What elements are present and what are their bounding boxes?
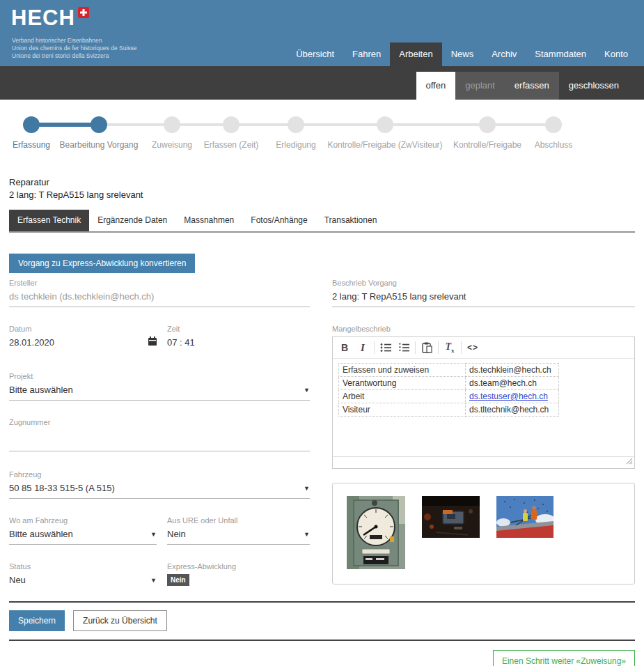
chevron-down-icon: ▼ [150, 574, 157, 587]
tab-erfassen-technik[interactable]: Erfassen Technik [9, 210, 89, 231]
beschrieb-field: Beschrieb Vorgang 2 lang: T RepA515 lang… [332, 279, 635, 307]
step-dot-bearbeitung[interactable] [91, 116, 107, 133]
role-cell[interactable]: Erfassen und zuweisen [339, 364, 466, 377]
detail-tabs: Erfassen Technik Ergänzende Daten Massna… [9, 210, 635, 233]
workflow-stepper: Erfassung Bearbeitung Vorgang Zuweisung … [0, 114, 644, 164]
tab-fotos-anhaenge[interactable]: Fotos/Anhänge [242, 210, 315, 231]
datum-label: Datum [9, 325, 157, 333]
save-button[interactable]: Speichern [9, 610, 65, 631]
zeit-label: Zeit [167, 325, 310, 333]
zugnummer-field: Zugnummer [9, 418, 310, 451]
step-dot-erfassen-zeit[interactable] [223, 116, 239, 133]
chevron-down-icon: ▼ [150, 528, 157, 541]
chevron-down-icon: ▼ [304, 528, 310, 541]
wo-am-fahrzeug-field: Wo am Fahrzeug Bitte auswählen ▼ [9, 516, 157, 545]
express-field: Express-Abwicklung Nein [167, 562, 310, 590]
table-row: Visiteur ds.tltechnik@hech.ch [339, 403, 559, 417]
wo-am-fahrzeug-select[interactable]: Bitte auswählen ▼ [9, 528, 157, 545]
paste-button[interactable] [418, 339, 436, 356]
ersteller-label: Ersteller [9, 279, 310, 287]
numbered-list-button[interactable] [395, 339, 413, 356]
role-cell[interactable]: Verantwortung [339, 377, 466, 390]
editor-statusbar [333, 456, 634, 468]
calendar-icon[interactable] [148, 336, 157, 349]
tab-ergaenzende-daten[interactable]: Ergänzende Daten [89, 210, 175, 231]
ersteller-field: Ersteller ds techklein (ds.techklein@hec… [9, 279, 310, 307]
gauge-instrument-photo[interactable] [347, 496, 405, 571]
ersteller-value: ds techklein (ds.techklein@hech.ch) [9, 291, 310, 307]
step-dot-kontrolle[interactable] [479, 116, 496, 133]
status-field: Status Neu ▼ [9, 562, 157, 590]
beschrieb-label: Beschrieb Vorgang [332, 279, 635, 287]
nav-uebersicht[interactable]: Übersicht [287, 42, 343, 66]
step-dot-zuweisung[interactable] [164, 116, 180, 133]
logo[interactable]: HECH [11, 6, 89, 31]
step-dot-abschluss[interactable] [545, 116, 562, 133]
role-cell[interactable]: Arbeit [339, 390, 466, 403]
email-cell[interactable]: ds.tltechnik@hech.ch [466, 403, 559, 417]
subtab-offen[interactable]: offen [416, 72, 456, 100]
form-right-column: Beschrieb Vorgang 2 lang: T RepA515 lang… [332, 279, 635, 584]
email-cell[interactable]: ds.testuser@hech.ch [466, 390, 559, 403]
subtab-geplant[interactable]: geplant [455, 72, 505, 100]
remove-format-button[interactable]: Tx [441, 339, 459, 356]
datum-input[interactable]: 28.01.2020 [9, 336, 157, 353]
bullet-list-button[interactable] [377, 339, 395, 356]
swiss-cross-icon [78, 7, 89, 20]
toolbar-separator [415, 341, 416, 354]
zeit-field: Zeit 07 : 41 [167, 325, 310, 353]
projekt-select[interactable]: Bitte auswählen ▼ [9, 384, 310, 401]
tab-transaktionen[interactable]: Transaktionen [316, 210, 386, 231]
bold-button[interactable]: B [336, 339, 354, 356]
wo-am-fahrzeug-label: Wo am Fahrzeug [9, 516, 157, 525]
association-tagline: Verband historischer Eisenbahnen Union d… [12, 37, 137, 60]
role-cell[interactable]: Visiteur [339, 403, 466, 417]
chevron-down-icon: ▼ [304, 384, 310, 396]
aus-ure-select[interactable]: Nein ▼ [167, 528, 310, 545]
zugnummer-input[interactable] [9, 439, 310, 451]
fahrzeug-select[interactable]: 50 85 18-33 515-5 (A 515) ▼ [9, 482, 310, 499]
nav-arbeiten[interactable]: Arbeiten [390, 42, 441, 66]
express-label: Express-Abwicklung [167, 562, 310, 571]
editor-content[interactable]: Erfassen und zuweisen ds.techklein@hech.… [333, 359, 634, 456]
roof-work-crew-photo[interactable] [496, 496, 553, 540]
step-label: Erfassung [13, 140, 50, 150]
nav-konto[interactable]: Konto [595, 42, 637, 66]
resize-grip[interactable] [626, 456, 633, 467]
email-link[interactable]: ds.testuser@hech.ch [469, 392, 548, 401]
email-cell[interactable]: ds.team@hech.ch [466, 377, 559, 390]
table-row: Verantwortung ds.team@hech.ch [339, 377, 559, 390]
source-code-button[interactable]: <> [464, 339, 482, 356]
step-dot-kontrolle-zwvisiteur[interactable] [377, 116, 393, 133]
assignment-table: Erfassen und zuweisen ds.techklein@hech.… [338, 363, 559, 417]
subtab-geschlossen[interactable]: geschlossen [559, 72, 629, 100]
nav-archiv[interactable]: Archiv [482, 42, 526, 66]
beschrieb-input[interactable]: 2 lang: T RepA515 lang srelevant [332, 291, 635, 307]
step-label: Erledigung [276, 140, 315, 150]
step-dot-erfassung[interactable] [23, 116, 40, 133]
tab-massnahmen[interactable]: Massnahmen [175, 210, 242, 231]
nav-stammdaten[interactable]: Stammdaten [526, 42, 595, 66]
step-label: Kontrolle/Freigabe [453, 140, 521, 150]
nav-fahren[interactable]: Fahren [343, 42, 390, 66]
next-step-button[interactable]: Einen Schritt weiter «Zuweisung» [493, 650, 635, 666]
mangelbeschrieb-field: Mangelbeschrieb B I Tx <> [332, 325, 635, 469]
email-cell[interactable]: ds.techklein@hech.ch [466, 364, 559, 377]
back-to-overview-button[interactable]: Zurück zu Übersicht [73, 610, 167, 631]
step-label: Abschluss [535, 140, 573, 150]
convert-express-button[interactable]: Vorgang zu Express-Abwicklung konvertier… [9, 254, 195, 273]
zeit-input[interactable]: 07 : 41 [167, 336, 310, 353]
subtab-erfassen[interactable]: erfassen [505, 72, 559, 100]
fahrzeug-field: Fahrzeug 50 85 18-33 515-5 (A 515) ▼ [9, 470, 310, 499]
page-category: Reparatur [9, 176, 635, 189]
nav-news[interactable]: News [442, 42, 483, 66]
datum-field: Datum 28.01.2020 [9, 325, 157, 353]
step-dot-erledigung[interactable] [288, 116, 304, 133]
photo-attachments [332, 483, 635, 584]
step-label: Bearbeitung Vorgang [60, 140, 139, 150]
mangelbeschrieb-label: Mangelbeschrieb [332, 325, 635, 333]
italic-button[interactable]: I [354, 339, 372, 356]
app-header: HECH Verband historischer Eisenbahnen Un… [0, 0, 644, 66]
status-select[interactable]: Neu ▼ [9, 574, 157, 590]
engine-compartment-photo[interactable] [422, 496, 480, 540]
